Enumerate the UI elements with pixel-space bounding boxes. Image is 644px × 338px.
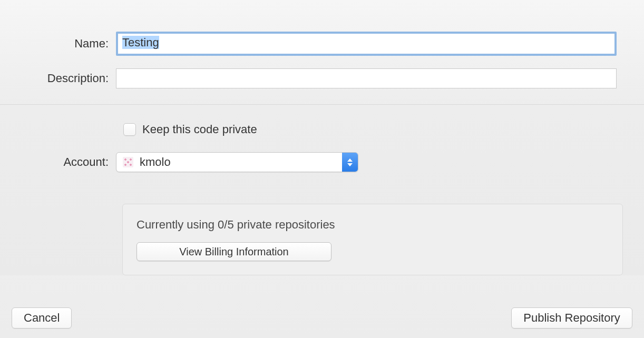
keep-private-label: Keep this code private (142, 123, 257, 136)
account-label: Account: (0, 155, 116, 169)
name-row: Name: Testing (0, 32, 644, 56)
name-input-value: Testing (122, 36, 159, 49)
lower-section: Keep this code private Account: kmolo Cu… (0, 105, 644, 275)
account-avatar-icon (123, 157, 133, 167)
chevron-up-icon (347, 158, 353, 162)
usage-text: Currently using 0/5 private repositories (136, 218, 609, 232)
top-form-section: Name: Testing Description: (0, 0, 644, 105)
cancel-button[interactable]: Cancel (12, 307, 72, 329)
select-stepper-icon (342, 153, 358, 172)
dialog-footer: Cancel Publish Repository (0, 307, 644, 329)
description-label: Description: (0, 72, 116, 85)
keep-private-checkbox[interactable] (123, 123, 136, 136)
chevron-down-icon (347, 163, 353, 166)
account-select[interactable]: kmolo (116, 152, 358, 172)
publish-repository-button[interactable]: Publish Repository (511, 307, 632, 329)
account-row: Account: kmolo (0, 152, 644, 172)
description-row: Description: (0, 68, 644, 88)
usage-panel: Currently using 0/5 private repositories… (122, 204, 623, 275)
description-input[interactable] (116, 68, 617, 88)
keep-private-row: Keep this code private (123, 123, 644, 136)
name-input[interactable]: Testing (116, 32, 617, 56)
name-label: Name: (0, 37, 116, 51)
view-billing-button[interactable]: View Billing Information (136, 242, 331, 261)
account-selected-value: kmolo (140, 155, 342, 169)
